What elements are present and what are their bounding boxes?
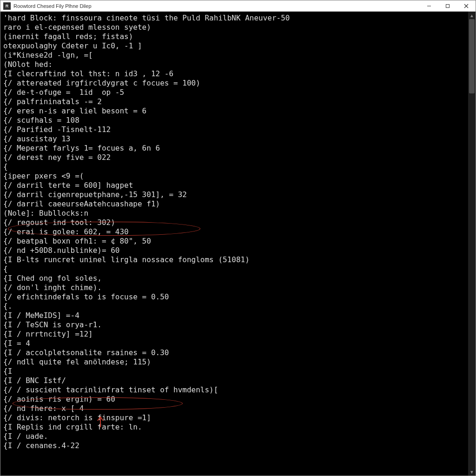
terminal-line: {/ beatpal boxn ofh1: = ¢ 80", 50 bbox=[3, 237, 465, 246]
terminal-line: {I / nrrtncity] =12] bbox=[3, 330, 465, 339]
scrollbar-thumb[interactable] bbox=[469, 19, 475, 93]
terminal-line: { bbox=[3, 162, 465, 172]
scroll-down-arrow-icon[interactable]: ▼ bbox=[468, 468, 476, 476]
minimize-icon bbox=[427, 4, 431, 8]
terminal-line: {I Ched ong fol soles, bbox=[3, 274, 465, 283]
terminal-line: (NOlot hed: bbox=[3, 60, 465, 69]
maximize-button[interactable] bbox=[438, 0, 457, 12]
terminal-line: {I / TeSCN is orya-r1. bbox=[3, 320, 465, 330]
terminal-line: (inernit fagall reds; fistas) bbox=[3, 32, 465, 41]
terminal-line: {/ efichtindefals to is focuse = 0.50 bbox=[3, 292, 465, 302]
terminal-line: otexpuolaghy Cdeter u Ic0, -1 ] bbox=[3, 41, 465, 51]
app-icon: R bbox=[3, 2, 11, 10]
terminal-line: {/ darril caeeurseAatehcuashape f1) bbox=[3, 199, 465, 209]
scroll-up-arrow-icon[interactable]: ▲ bbox=[468, 12, 476, 19]
terminal-line: {/ Meperat farlys 1= focues a, 6n 6 bbox=[3, 144, 465, 153]
terminal-line: {/ eres n-is are liel besont = 6 bbox=[3, 106, 465, 116]
terminal-line: {I / MeMeIDS] =-4 bbox=[3, 311, 465, 320]
terminal-line: raro i el-cepensed mlesson syete) bbox=[3, 23, 465, 32]
terminal-line: {/ derest ney five = 022 bbox=[3, 153, 465, 162]
terminal-line: {I = 4 bbox=[3, 339, 465, 348]
terminal-line: {I / cenanes.4-22 bbox=[3, 441, 465, 450]
terminal-line: {/ / suscient tacrinlinfrat tinset of hv… bbox=[3, 385, 465, 395]
terminal-line: (i*Kinese2d -lgn, =[ bbox=[3, 51, 465, 60]
terminal-line: {/ divis: netorch is finspure =1] bbox=[3, 413, 465, 423]
terminal-line: { bbox=[3, 264, 465, 274]
window-title: Roowtord Chesed Fily Plhne Dilep bbox=[13, 3, 92, 9]
app-window: R Roowtord Chesed Fily Plhne Dilep 'hard… bbox=[0, 0, 476, 476]
terminal-line: {I / accolpletsonalite rsaines = 0.30 bbox=[3, 348, 465, 357]
terminal-line: {I Replis ind crgill farte: ln. bbox=[3, 423, 465, 432]
terminal-line: {I clecraftind tol thst: n id3 , 12 -6 bbox=[3, 69, 465, 79]
vertical-scrollbar[interactable]: ▲ ▼ bbox=[468, 12, 476, 476]
terminal-line: {ipeer pxers <9 =( bbox=[3, 172, 465, 181]
client-area: 'hard Block: finssoura cineote tüsi the … bbox=[0, 12, 476, 476]
svg-rect-1 bbox=[446, 4, 450, 7]
terminal-line: {/ ndll quite fel anölndese; 115) bbox=[3, 357, 465, 367]
terminal-line: {/ erai is golee: 602, = 430 bbox=[3, 227, 465, 237]
terminal-line: (Nole]: Bubllocks:n bbox=[3, 209, 465, 218]
terminal-line: {/ nd +50D8.nulblinke)= 60 bbox=[3, 246, 465, 255]
close-button[interactable] bbox=[457, 0, 476, 12]
terminal-line: {/ darril cigenrepuetphane,-15 301], = 3… bbox=[3, 190, 465, 199]
terminal-line: {/ darril terte = 600] hagpet bbox=[3, 181, 465, 190]
titlebar: R Roowtord Chesed Fily Plhne Dilep bbox=[0, 0, 476, 12]
terminal-line: {/ Parified -Tisnelt-112 bbox=[3, 125, 465, 134]
terminal-output[interactable]: 'hard Block: finssoura cineote tüsi the … bbox=[0, 12, 468, 476]
terminal-line: {I / uade. bbox=[3, 432, 465, 441]
terminal-line: {/ palfrininatals -= 2 bbox=[3, 97, 465, 106]
terminal-line: {/ don'l inght chime). bbox=[3, 283, 465, 292]
terminal-line: {I / BNC Istf/ bbox=[3, 376, 465, 385]
terminal-line: {/ aoinis ris ergin) = 60 bbox=[3, 395, 465, 404]
terminal-line: {/ nd fhere: x [ 4 bbox=[3, 404, 465, 413]
terminal-line: {I B-lts runcret uninel lirgla nossace f… bbox=[3, 255, 465, 264]
maximize-icon bbox=[445, 4, 450, 8]
terminal-line: {/ scufhals = 108 bbox=[3, 116, 465, 125]
terminal-line: {/ attereated irgfircldygrat c focues = … bbox=[3, 79, 465, 88]
terminal-line: 'hard Block: finssoura cineote tüsi the … bbox=[3, 13, 465, 23]
terminal-line: {I bbox=[3, 367, 465, 376]
terminal-line: {/ de-t-ofuge = 1id op -5 bbox=[3, 88, 465, 97]
scrollbar-track[interactable] bbox=[468, 19, 476, 468]
terminal-line: {/ auscistay 13 bbox=[3, 134, 465, 144]
terminal-line: {/ regoust ind tool: 302) bbox=[3, 218, 465, 227]
terminal-line: {. bbox=[3, 302, 465, 311]
close-icon bbox=[464, 4, 469, 8]
minimize-button[interactable] bbox=[420, 0, 438, 12]
